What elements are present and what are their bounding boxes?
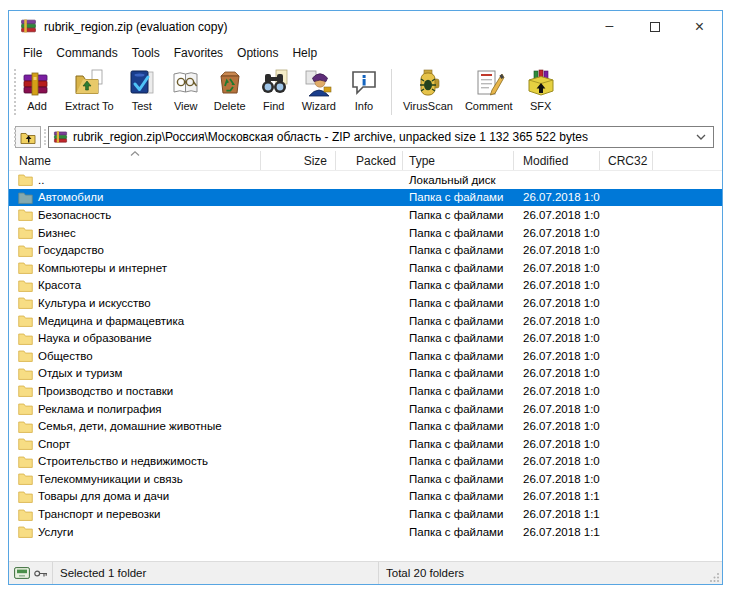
column-header-type[interactable]: Type <box>403 151 514 170</box>
file-row[interactable]: Безопасность Папка с файлами 26.07.2018 … <box>9 206 722 224</box>
column-header-packed[interactable]: Packed <box>336 151 403 170</box>
add-button[interactable]: Add <box>15 65 59 113</box>
title-bar[interactable]: rubrik_region.zip (evaluation copy) – × <box>9 11 722 42</box>
toolbar: Add Extract To Test <box>9 63 722 123</box>
file-name-cell: Компьютеры и интернет <box>9 261 261 274</box>
file-type: Папка с файлами <box>403 420 514 432</box>
menu-commands[interactable]: Commands <box>49 44 124 62</box>
file-name-cell: Телекоммуникации и связь <box>9 472 261 485</box>
file-row[interactable]: Компьютеры и интернет Папка с файлами 26… <box>9 259 722 277</box>
file-name-cell: Общество <box>9 349 261 362</box>
file-row[interactable]: Спорт Папка с файлами 26.07.2018 1:07 <box>9 435 722 453</box>
column-header-modified[interactable]: Modified <box>514 151 600 170</box>
archive-path-combobox[interactable]: rubrik_region.zip\Россия\Московская обла… <box>48 126 714 148</box>
view-button[interactable]: View <box>164 65 208 113</box>
address-bar: rubrik_region.zip\Россия\Московская обла… <box>9 123 722 151</box>
menu-help[interactable]: Help <box>285 44 324 62</box>
disk-drive-icon[interactable] <box>14 567 30 579</box>
toolbar-button-label: View <box>174 100 198 112</box>
file-row[interactable]: Автомобили Папка с файлами 26.07.2018 1:… <box>9 189 722 207</box>
file-list-body: .. Локальный диск Автомобили Папка с фай… <box>9 171 722 561</box>
toolbar-button-label: Delete <box>214 100 246 112</box>
folder-up-icon <box>20 130 36 145</box>
file-row[interactable]: Наука и образование Папка с файлами 26.0… <box>9 329 722 347</box>
file-row[interactable]: Телекоммуникации и связь Папка с файлами… <box>9 470 722 488</box>
file-type: Папка с файлами <box>403 455 514 467</box>
file-type: Папка с файлами <box>403 262 514 274</box>
folder-icon <box>18 332 33 345</box>
file-modified: 26.07.2018 1:08 <box>514 473 600 485</box>
key-icon[interactable] <box>34 569 48 578</box>
file-row[interactable]: Культура и искусство Папка с файлами 26.… <box>9 294 722 312</box>
file-name-cell: Спорт <box>9 437 261 450</box>
file-row[interactable]: Общество Папка с файлами 26.07.2018 1:04 <box>9 347 722 365</box>
file-row[interactable]: Медицина и фармацевтика Папка с файлами … <box>9 312 722 330</box>
file-type: Папка с файлами <box>403 385 514 397</box>
file-name: Телекоммуникации и связь <box>38 473 183 485</box>
virus-scan-button[interactable]: VirusScan <box>397 65 459 113</box>
file-row[interactable]: Услуги Папка с файлами 26.07.2018 1:11 <box>9 523 722 541</box>
file-type: Папка с файлами <box>403 227 514 239</box>
column-header-label: Size <box>304 154 327 168</box>
comment-icon <box>473 67 505 99</box>
folder-icon <box>18 437 33 450</box>
status-selected-text: Selected 1 folder <box>60 567 146 579</box>
folder-icon <box>18 244 33 257</box>
file-row[interactable]: Семья, дети, домашние животные Папка с ф… <box>9 417 722 435</box>
status-total-text: Total 20 folders <box>386 567 464 579</box>
folder-icon <box>18 525 33 538</box>
maximize-button[interactable] <box>632 11 677 42</box>
file-row[interactable]: Транспорт и перевозки Папка с файлами 26… <box>9 505 722 523</box>
file-type: Папка с файлами <box>403 438 514 450</box>
menu-favorites[interactable]: Favorites <box>167 44 230 62</box>
file-modified: 26.07.2018 1:02 <box>514 262 600 274</box>
file-modified: 26.07.2018 1:03 <box>514 315 600 327</box>
archive-path-text: rubrik_region.zip\Россия\Московская обла… <box>73 130 588 144</box>
up-one-level-button[interactable] <box>15 126 41 148</box>
menu-options[interactable]: Options <box>230 44 285 62</box>
file-row[interactable]: Строительство и недвижимость Папка с фай… <box>9 453 722 471</box>
info-button[interactable]: Info <box>342 65 386 113</box>
winrar-logo-icon <box>20 18 37 35</box>
menu-file[interactable]: File <box>16 44 49 62</box>
test-button[interactable]: Test <box>120 65 164 113</box>
column-header-filler <box>653 151 722 170</box>
minimize-button[interactable]: – <box>587 11 632 42</box>
file-name: Спорт <box>38 438 70 450</box>
wizard-button[interactable]: Wizard <box>296 65 342 113</box>
file-modified: 26.07.2018 1:08 <box>514 455 600 467</box>
column-header-size[interactable]: Size <box>261 151 336 170</box>
file-modified: 26.07.2018 1:04 <box>514 332 600 344</box>
column-header-name[interactable]: Name <box>9 151 261 170</box>
status-icons <box>9 562 53 584</box>
resize-grip[interactable] <box>710 572 720 582</box>
file-row[interactable]: Отдых и туризм Папка с файлами 26.07.201… <box>9 365 722 383</box>
sfx-icon <box>525 67 557 99</box>
file-type: Папка с файлами <box>403 244 514 256</box>
file-row[interactable]: Реклама и полиграфия Папка с файлами 26.… <box>9 400 722 418</box>
folder-icon <box>18 173 33 186</box>
folder-icon <box>18 349 33 362</box>
file-modified: 26.07.2018 1:06 <box>514 385 600 397</box>
file-row[interactable]: Производство и поставки Папка с файлами … <box>9 382 722 400</box>
comment-button[interactable]: Comment <box>459 65 519 113</box>
file-row[interactable]: Государство Папка с файлами 26.07.2018 1… <box>9 241 722 259</box>
chevron-down-icon[interactable] <box>696 134 706 140</box>
delete-button[interactable]: Delete <box>208 65 252 113</box>
file-name-cell: Безопасность <box>9 208 261 221</box>
menu-tools[interactable]: Tools <box>125 44 167 62</box>
find-button[interactable]: Find <box>252 65 296 113</box>
file-row[interactable]: .. Локальный диск <box>9 171 722 189</box>
file-row[interactable]: Товары для дома и дачи Папка с файлами 2… <box>9 488 722 506</box>
window-title: rubrik_region.zip (evaluation copy) <box>44 20 227 34</box>
sfx-button[interactable]: SFX <box>519 65 563 113</box>
column-header-crc32[interactable]: CRC32 <box>600 151 653 170</box>
extract-to-button[interactable]: Extract To <box>59 65 120 113</box>
folder-icon <box>18 472 33 485</box>
file-row[interactable]: Бизнес Папка с файлами 26.07.2018 1:01 <box>9 224 722 242</box>
minimize-icon: – <box>606 18 614 32</box>
file-row[interactable]: Красота Папка с файлами 26.07.2018 1:02 <box>9 277 722 295</box>
folder-icon <box>18 367 33 380</box>
close-button[interactable]: × <box>677 11 722 42</box>
file-modified: 26.07.2018 1:04 <box>514 367 600 379</box>
